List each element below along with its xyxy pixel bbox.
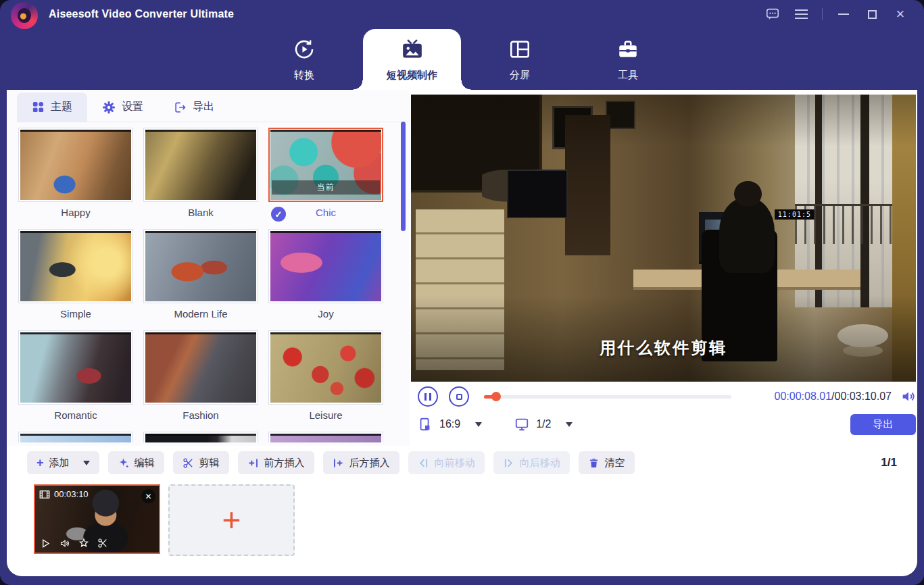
monitor-icon (514, 417, 529, 432)
tab-convert-label: 转换 (294, 69, 314, 82)
tab-theme[interactable]: 主题 (17, 93, 87, 122)
time-display: 00:00:08.01/00:03:10.07 (775, 390, 892, 403)
theme-item-partial-2[interactable] (143, 432, 258, 442)
plus-icon: + (37, 457, 44, 469)
play-clip-icon[interactable] (41, 538, 51, 549)
playback-controls: 00:00:08.01/00:03:10.07 (418, 385, 916, 408)
aspect-ratio-icon (418, 417, 433, 432)
theme-item-happy[interactable]: Happy (18, 128, 133, 222)
title-bar: Aiseesoft Video Converter Ultimate × (0, 0, 924, 29)
preview-video[interactable]: 11:01:5 用什么软件剪辑 (411, 95, 916, 382)
menu-icon[interactable] (794, 7, 808, 22)
check-icon: ✓ (271, 207, 286, 222)
edit-button[interactable]: 编辑 (108, 451, 164, 474)
theme-item-partial-3[interactable] (268, 432, 383, 442)
preview-options: 16:9 1/2 导出 (418, 411, 916, 437)
tab-toolbox-label: 工具 (618, 69, 638, 82)
app-logo-icon (11, 2, 38, 29)
tab-convert[interactable]: 转换 (250, 29, 358, 90)
grid-icon (32, 101, 45, 113)
video-clock-overlay: 11:01:5 (775, 209, 814, 220)
chevron-right-bar-icon (503, 457, 514, 469)
insert-back-icon (333, 457, 344, 469)
pause-button[interactable] (418, 386, 438, 407)
maximize-button[interactable] (865, 7, 879, 22)
theme-item-romantic[interactable]: Romantic (18, 330, 133, 424)
time-current: 00:00:08.01 (775, 390, 832, 402)
clip-duration: 00:03:10 (54, 489, 89, 499)
window-controls: × (765, 7, 908, 22)
clip-row: 00:03:10 ✕ (34, 484, 295, 556)
video-subtitle: 用什么软件剪辑 (411, 337, 916, 359)
tab-settings[interactable]: 设置 (87, 93, 158, 122)
tab-mv-label: 短视频制作 (387, 69, 437, 82)
feedback-icon[interactable] (765, 7, 780, 22)
chevron-down-icon (475, 422, 482, 427)
tab-export-label: 导出 (193, 100, 214, 114)
theme-item-modern-life[interactable]: Modern Life (143, 229, 258, 323)
stop-button[interactable] (449, 386, 469, 407)
gear-icon (102, 101, 116, 114)
tab-theme-label: 主题 (51, 100, 72, 114)
insert-back-button[interactable]: 后方插入 (323, 451, 399, 474)
close-button[interactable]: × (893, 7, 908, 22)
add-clip-plus-icon: + (222, 504, 241, 536)
theme-item-blank[interactable]: Blank (143, 128, 258, 222)
move-backward-button: 向后移动 (493, 451, 570, 474)
theme-scrollbar[interactable] (401, 122, 406, 231)
move-forward-button: 向前移动 (408, 451, 485, 474)
theme-item-chic[interactable]: 当前 ✓ Chic (268, 128, 383, 222)
chevron-down-icon (566, 422, 573, 427)
clear-button[interactable]: 清空 (579, 451, 635, 474)
tab-split-screen[interactable]: 分屏 (466, 29, 574, 90)
mv-icon (400, 38, 424, 61)
theme-panel: 主题 (7, 90, 410, 446)
progress-slider[interactable] (484, 395, 731, 399)
convert-icon (293, 38, 316, 61)
clip-volume-icon[interactable] (59, 538, 70, 549)
screen-page-value: 1/2 (536, 418, 551, 430)
main-nav: 转换 短视频制作 分屏 (250, 29, 682, 90)
film-icon (39, 490, 50, 499)
tab-split-label: 分屏 (510, 69, 530, 82)
clip-counter: 1/1 (881, 456, 897, 469)
theme-item-leisure[interactable]: Leisure (268, 330, 383, 424)
tab-export[interactable]: 导出 (158, 93, 229, 122)
toolbox-icon (616, 38, 639, 61)
app-window: Aiseesoft Video Converter Ultimate × (0, 0, 924, 585)
cut-button[interactable]: 剪辑 (173, 451, 229, 474)
window-title: Aiseesoft Video Converter Ultimate (49, 8, 234, 20)
clip-scissors-icon[interactable] (97, 538, 108, 549)
tab-settings-label: 设置 (122, 100, 143, 114)
scissors-icon (183, 457, 194, 469)
tab-toolbox[interactable]: 工具 (574, 29, 682, 90)
split-screen-icon (508, 38, 531, 61)
theme-item-simple[interactable]: Simple (18, 229, 133, 323)
screen-page-select[interactable]: 1/2 (514, 417, 573, 432)
magic-wand-icon (118, 457, 129, 469)
current-theme-badge: 当前 (272, 180, 380, 195)
time-total: /00:03:10.07 (831, 390, 892, 402)
content-area: 主题 (7, 90, 917, 576)
theme-item-joy[interactable]: Joy (268, 229, 383, 323)
insert-front-button[interactable]: 前方插入 (238, 451, 314, 474)
aspect-ratio-value: 16:9 (439, 418, 460, 430)
add-button[interactable]: + 添加 (27, 451, 99, 474)
aspect-ratio-select[interactable]: 16:9 (418, 417, 482, 432)
trash-icon (588, 457, 600, 469)
theme-item-fashion[interactable]: Fashion (143, 330, 258, 424)
chevron-down-icon (83, 461, 90, 465)
minimize-button[interactable] (836, 7, 851, 22)
export-button[interactable]: 导出 (850, 414, 916, 435)
volume-icon[interactable] (900, 389, 916, 404)
panel-tabs: 主题 (17, 93, 410, 122)
export-icon (173, 101, 187, 114)
timeline-clip[interactable]: 00:03:10 ✕ (34, 484, 160, 554)
progress-handle[interactable] (491, 392, 501, 401)
chevron-left-bar-icon (418, 457, 429, 469)
theme-item-partial-1[interactable] (18, 432, 133, 442)
tab-mv[interactable]: 短视频制作 (363, 29, 461, 90)
remove-clip-icon[interactable]: ✕ (141, 489, 155, 503)
clip-star-icon[interactable] (78, 538, 89, 549)
add-clip-slot[interactable]: + (168, 484, 295, 556)
